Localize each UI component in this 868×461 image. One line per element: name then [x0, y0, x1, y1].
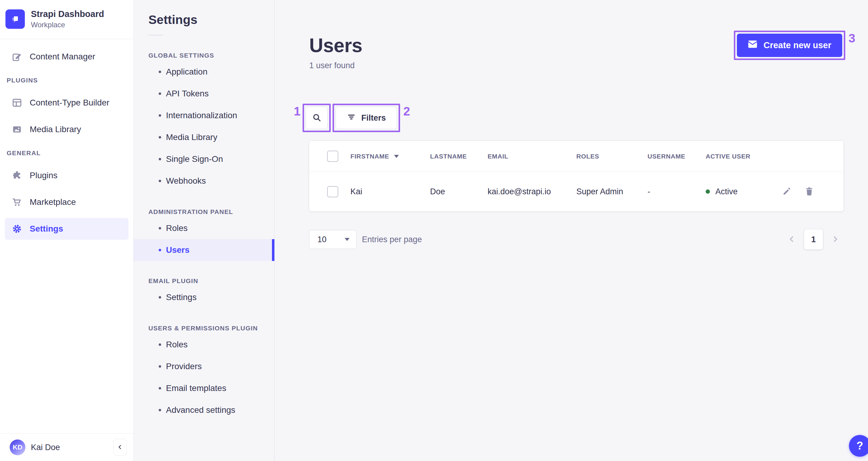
- column-header-firstname[interactable]: FIRSTNAME: [350, 153, 389, 160]
- previous-page-button[interactable]: [787, 235, 796, 244]
- sidebar-item-label: Media Library: [30, 124, 81, 134]
- subnav-item-internationalization[interactable]: Internationalization: [133, 105, 274, 126]
- puzzle-icon: [11, 170, 23, 181]
- sidebar-section-general: GENERAL: [7, 149, 128, 157]
- chevron-down-icon: [345, 238, 349, 241]
- sidebar-section-plugins: PLUGINS: [7, 77, 128, 84]
- subnav-section-global-settings: GLOBAL SETTINGS: [148, 52, 274, 59]
- column-header-lastname[interactable]: LASTNAME: [430, 153, 488, 160]
- bullet-icon: [159, 249, 161, 251]
- subnav-item-up-advanced-settings[interactable]: Advanced settings: [133, 399, 274, 421]
- user-avatar[interactable]: KD: [10, 439, 26, 455]
- sidebar-item-settings[interactable]: Settings: [5, 218, 128, 240]
- cell-lastname: Doe: [430, 187, 488, 196]
- cart-icon: [11, 197, 23, 208]
- delete-user-button[interactable]: [804, 186, 815, 197]
- entries-per-page-label: Entries per page: [362, 235, 422, 244]
- search-button[interactable]: [306, 107, 328, 129]
- table-row[interactable]: Kai Doe kai.doe@strapi.io Super Admin - …: [309, 172, 843, 211]
- strapi-logo-icon: [5, 9, 25, 29]
- subnav-item-api-tokens[interactable]: API Tokens: [133, 83, 274, 105]
- image-icon: [11, 124, 23, 135]
- select-all-checkbox[interactable]: [327, 151, 338, 162]
- annotation-box-3: 3 Create new user: [734, 31, 845, 60]
- bullet-icon: [159, 158, 161, 160]
- bullet-icon: [159, 409, 161, 411]
- cell-roles: Super Admin: [576, 187, 648, 196]
- create-new-user-button[interactable]: Create new user: [737, 34, 842, 57]
- bullet-icon: [159, 365, 161, 368]
- sidebar-item-media-library[interactable]: Media Library: [5, 118, 128, 140]
- sidebar-item-content-manager[interactable]: Content Manager: [5, 46, 128, 67]
- subnav-item-application[interactable]: Application: [133, 61, 274, 83]
- filter-icon: [347, 112, 356, 124]
- annotation-label-3: 3: [848, 32, 855, 44]
- sidebar-item-label: Content Manager: [30, 52, 95, 61]
- edit-user-button[interactable]: [781, 186, 792, 197]
- active-status-dot-icon: [706, 190, 710, 194]
- subnav-item-media-library[interactable]: Media Library: [133, 126, 274, 148]
- search-icon: [312, 113, 322, 123]
- column-header-roles[interactable]: ROLES: [576, 153, 648, 160]
- sidebar-item-label: Plugins: [30, 171, 58, 180]
- cell-email: kai.doe@strapi.io: [488, 187, 576, 196]
- column-header-email[interactable]: EMAIL: [488, 153, 576, 160]
- subnav-divider: [148, 35, 163, 35]
- subnav-item-single-sign-on[interactable]: Single Sign-On: [133, 148, 274, 170]
- collapse-sidebar-button[interactable]: [113, 439, 127, 456]
- cell-username: -: [648, 187, 706, 196]
- bullet-icon: [159, 92, 161, 95]
- users-table: FIRSTNAME LASTNAME EMAIL ROLES USERNAME …: [309, 141, 843, 211]
- workspace-title: Strapi Dashboard: [31, 9, 104, 19]
- gear-icon: [11, 223, 23, 234]
- annotation-label-2: 2: [403, 105, 410, 117]
- trash-icon: [804, 186, 814, 197]
- table-toolbar: 1 2: [303, 104, 843, 132]
- cell-firstname: Kai: [350, 187, 430, 196]
- workspace-subtitle: Workplace: [31, 21, 104, 29]
- bullet-icon: [159, 343, 161, 346]
- sidebar-item-marketplace[interactable]: Marketplace: [5, 191, 128, 213]
- sidebar-item-label: Content-Type Builder: [30, 98, 109, 108]
- bullet-icon: [159, 136, 161, 139]
- sidebar-item-label: Settings: [30, 224, 63, 234]
- column-header-username[interactable]: USERNAME: [648, 153, 706, 160]
- subnav-item-up-providers[interactable]: Providers: [133, 355, 274, 377]
- filters-button[interactable]: Filters: [336, 107, 397, 129]
- subnav-item-admin-roles[interactable]: Roles: [133, 217, 274, 239]
- page-title: Users: [309, 35, 362, 56]
- subnav-item-up-roles[interactable]: Roles: [133, 334, 274, 355]
- layout-grid-icon: [11, 97, 23, 108]
- annotation-box-1: 1: [303, 104, 331, 132]
- sort-caret-icon[interactable]: [394, 155, 399, 158]
- sidebar-item-plugins[interactable]: Plugins: [5, 165, 128, 186]
- subnav-item-email-settings[interactable]: Settings: [133, 286, 274, 308]
- envelope-icon: [748, 40, 757, 50]
- sidebar-nav: Content Manager PLUGINS Content-Type Bui…: [0, 39, 133, 240]
- bullet-icon: [159, 296, 161, 298]
- page-size-select[interactable]: 10: [309, 230, 356, 249]
- annotation-box-2: 2 Filters: [333, 104, 400, 132]
- sidebar-footer: KD Kai Doe: [0, 433, 133, 461]
- subnav-item-webhooks[interactable]: Webhooks: [133, 170, 274, 192]
- subnav-section-email-plugin: EMAIL PLUGIN: [148, 277, 274, 285]
- help-button[interactable]: ?: [849, 435, 868, 457]
- sidebar-item-content-type-builder[interactable]: Content-Type Builder: [5, 92, 128, 114]
- row-checkbox[interactable]: [327, 186, 338, 197]
- subnav-item-admin-users[interactable]: Users: [133, 239, 274, 261]
- bullet-icon: [159, 180, 161, 182]
- main-sidebar: Strapi Dashboard Workplace Content Manag…: [0, 0, 133, 461]
- subnav-item-up-email-templates[interactable]: Email templates: [133, 377, 274, 399]
- status-badge: Active: [715, 187, 738, 196]
- column-header-active-user[interactable]: ACTIVE USER: [706, 153, 781, 160]
- subnav-title: Settings: [148, 13, 274, 27]
- chevron-left-icon: [117, 444, 123, 451]
- user-count: 1 user found: [309, 61, 362, 70]
- user-name: Kai Doe: [31, 443, 108, 452]
- main-content: Users 1 user found 3 Create new user: [275, 0, 868, 461]
- bullet-icon: [159, 114, 161, 117]
- page-1-button[interactable]: 1: [804, 229, 823, 250]
- bullet-icon: [159, 227, 161, 229]
- next-page-button[interactable]: [831, 235, 840, 244]
- page-size-value: 10: [317, 235, 327, 244]
